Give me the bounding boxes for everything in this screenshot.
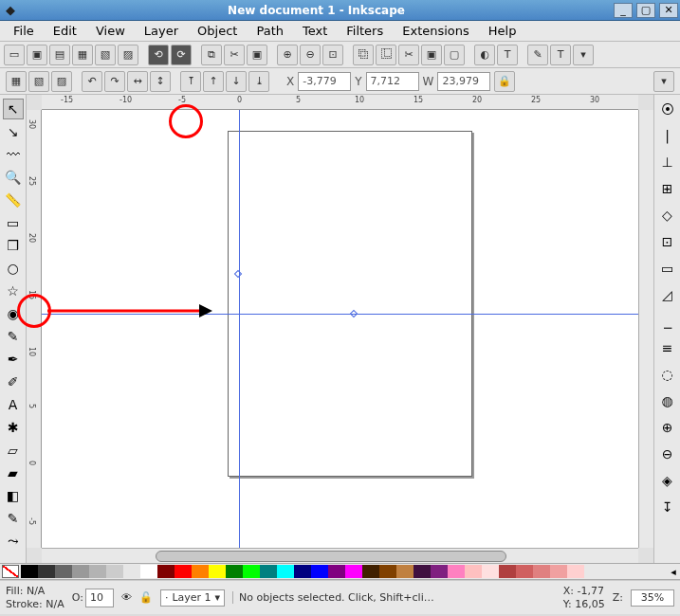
print-button[interactable]: ▦ <box>72 45 93 65</box>
tool-gradient[interactable]: ◧ <box>3 485 24 506</box>
swatch[interactable] <box>396 565 414 578</box>
maximize-button[interactable]: ▢ <box>636 3 655 18</box>
swatch[interactable] <box>106 565 123 578</box>
tool-zoom[interactable]: 🔍 <box>3 167 24 188</box>
snap-0[interactable]: ⦿ <box>657 99 678 119</box>
swatch[interactable] <box>533 565 550 578</box>
swatch[interactable] <box>55 565 72 578</box>
swatch[interactable] <box>379 565 396 578</box>
swatch[interactable] <box>294 565 311 578</box>
scrollbar-vertical[interactable] <box>638 110 653 548</box>
swatch[interactable] <box>89 565 106 578</box>
swatch[interactable] <box>38 565 55 578</box>
copy-button[interactable]: ⧉ <box>201 45 222 65</box>
fill-button[interactable]: ◐ <box>474 45 495 65</box>
menu-path[interactable]: Path <box>247 22 293 40</box>
swatch[interactable] <box>21 565 38 578</box>
opacity-input[interactable]: 10 <box>85 589 114 607</box>
menu-help[interactable]: Help <box>479 22 526 40</box>
swatch[interactable] <box>72 565 89 578</box>
swatch[interactable] <box>567 565 584 578</box>
visibility-icon[interactable]: 👁 <box>121 591 132 604</box>
unlink-button[interactable]: ✂ <box>398 45 419 65</box>
swatch[interactable] <box>243 565 260 578</box>
swatch[interactable] <box>345 565 362 578</box>
snap-13[interactable]: ⊖ <box>657 444 678 464</box>
tool-bucket[interactable]: ▰ <box>3 462 24 483</box>
flip-v-button[interactable]: ↕ <box>150 71 171 92</box>
canvas[interactable] <box>42 110 638 548</box>
w-input[interactable]: 23,979 <box>437 72 490 91</box>
t1-button[interactable]: ✎ <box>527 45 548 65</box>
toolbar-tail[interactable]: ▾ <box>653 71 674 92</box>
swatch[interactable] <box>362 565 379 578</box>
swatch[interactable] <box>277 565 294 578</box>
tool-pencil[interactable]: ✎ <box>3 326 24 347</box>
tool-rect[interactable]: ▭ <box>3 212 24 233</box>
tool-eraser[interactable]: ▱ <box>3 440 24 461</box>
lock-layer-icon[interactable]: 🔓 <box>139 591 153 604</box>
swatch[interactable] <box>260 565 277 578</box>
swatch[interactable] <box>431 565 448 578</box>
tool-dropper[interactable]: ✎ <box>3 508 24 529</box>
close-button[interactable]: ✕ <box>659 3 678 18</box>
swatch[interactable] <box>311 565 328 578</box>
menu-filters[interactable]: Filters <box>337 22 393 40</box>
tool-ellipse[interactable]: ○ <box>3 258 24 279</box>
zoom-draw-button[interactable]: ⊖ <box>300 45 321 65</box>
guide-vertical[interactable] <box>239 110 240 548</box>
tool-node[interactable]: ↘ <box>3 121 24 142</box>
layer-selector[interactable]: ·Layer 1▾ <box>160 589 225 607</box>
snap-14[interactable]: ◈ <box>657 470 678 491</box>
raise-button[interactable]: ↑ <box>203 71 224 92</box>
sel-all-button[interactable]: ▦ <box>6 71 27 92</box>
new-button[interactable]: ▭ <box>4 45 25 65</box>
menu-object[interactable]: Object <box>188 22 247 40</box>
snap-15[interactable]: ↧ <box>657 497 678 517</box>
swatch[interactable] <box>123 565 140 578</box>
paste-button[interactable]: ▣ <box>247 45 267 65</box>
zoom-page-button[interactable]: ⊡ <box>322 45 343 65</box>
group-button[interactable]: ▣ <box>421 45 442 65</box>
swatch[interactable] <box>140 565 157 578</box>
redo-button[interactable]: ⟳ <box>171 45 192 65</box>
tool-3dbox[interactable]: ❒ <box>3 235 24 256</box>
snap-7[interactable]: ◿ <box>657 284 678 305</box>
snap-11[interactable]: ◍ <box>657 390 678 411</box>
swatch[interactable] <box>192 565 209 578</box>
ungroup-button[interactable]: ▢ <box>444 45 465 65</box>
tool-bezier[interactable]: ✒ <box>3 349 24 370</box>
tool-star[interactable]: ☆ <box>3 281 24 301</box>
snap-5[interactable]: ⊡ <box>657 231 678 252</box>
snap-4[interactable]: ◇ <box>657 205 678 226</box>
swatch[interactable] <box>448 565 465 578</box>
snap-8[interactable]: ⎯ <box>657 311 678 332</box>
snap-1[interactable]: | <box>657 125 678 146</box>
snap-3[interactable]: ⊞ <box>657 178 678 199</box>
swatch[interactable] <box>550 565 567 578</box>
tool-tweak[interactable]: 〰 <box>3 144 24 165</box>
rot-ccw-button[interactable]: ↶ <box>82 71 102 92</box>
x-input[interactable]: -3,779 <box>298 72 351 91</box>
swatch[interactable] <box>175 565 192 578</box>
scrollbar-horizontal[interactable] <box>42 548 638 563</box>
import-button[interactable]: ▧ <box>95 45 116 65</box>
tool-calligraphy[interactable]: ✐ <box>3 371 24 392</box>
save-button[interactable]: ▤ <box>49 45 70 65</box>
menu-text[interactable]: Text <box>293 22 337 40</box>
swatch[interactable] <box>157 565 175 578</box>
flip-h-button[interactable]: ↔ <box>127 71 148 92</box>
t2-button[interactable]: T <box>550 45 571 65</box>
tail-button[interactable]: ▾ <box>573 45 594 65</box>
raise-top-button[interactable]: ⤒ <box>180 71 201 92</box>
zoom-input[interactable]: 35% <box>631 589 674 607</box>
menu-extensions[interactable]: Extensions <box>393 22 479 40</box>
swatch[interactable] <box>414 565 431 578</box>
tool-spray[interactable]: ✱ <box>3 417 24 438</box>
open-button[interactable]: ▣ <box>27 45 47 65</box>
minimize-button[interactable]: _ <box>614 3 633 18</box>
swatch[interactable] <box>328 565 345 578</box>
tool-selector[interactable]: ↖ <box>3 99 24 119</box>
tool-connector[interactable]: ⤳ <box>3 531 24 552</box>
swatch[interactable] <box>209 565 226 578</box>
